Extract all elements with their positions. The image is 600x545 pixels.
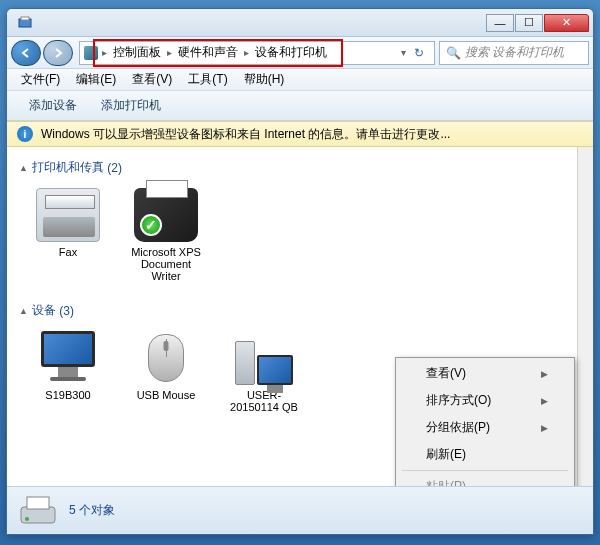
section-count: (2) [107,161,122,175]
minimize-button[interactable]: — [486,14,514,32]
printer-icon: ✓ [134,188,198,242]
svg-rect-1 [21,17,29,20]
device-label: Fax [59,246,77,258]
menu-file[interactable]: 文件(F) [13,69,68,90]
submenu-arrow-icon: ▶ [541,423,548,433]
section-count: (3) [59,304,74,318]
printer-category-icon [17,493,59,529]
details-pane: 5 个对象 [7,486,593,534]
window-icon [17,15,33,31]
device-mouse[interactable]: USB Mouse [121,327,211,417]
device-fax[interactable]: Fax [23,184,113,286]
chevron-right-icon[interactable]: ▸ [165,47,174,58]
submenu-arrow-icon: ▶ [541,396,548,406]
explorer-window: — ☐ ✕ ▸ 控制面板 ▸ 硬件和声音 ▸ 设备和打印机 ▾ ↻ 🔍 搜索 设… [6,8,594,535]
svg-rect-3 [27,497,49,509]
breadcrumb-item[interactable]: 硬件和声音 [174,42,242,64]
breadcrumb-item[interactable]: 设备和打印机 [251,42,331,64]
menu-tools[interactable]: 工具(T) [180,69,235,90]
submenu-arrow-icon: ▶ [541,369,548,379]
command-bar: 添加设备 添加打印机 [7,91,593,121]
search-input[interactable]: 🔍 搜索 设备和打印机 [439,41,589,65]
titlebar[interactable]: — ☐ ✕ [7,9,593,37]
ctx-group[interactable]: 分组依据(P)▶ [398,414,572,441]
vertical-scrollbar[interactable] [577,147,593,486]
collapse-icon: ▲ [19,163,28,173]
add-device-button[interactable]: 添加设备 [17,93,89,118]
svg-point-4 [25,517,29,521]
add-printer-button[interactable]: 添加打印机 [89,93,173,118]
search-placeholder: 搜索 设备和打印机 [465,44,564,61]
back-button[interactable] [11,40,41,66]
navigation-bar: ▸ 控制面板 ▸ 硬件和声音 ▸ 设备和打印机 ▾ ↻ 🔍 搜索 设备和打印机 [7,37,593,69]
status-object-count: 5 个对象 [69,502,115,519]
mouse-icon [134,331,198,385]
breadcrumb-root-icon [84,46,98,60]
context-menu: 查看(V)▶ 排序方式(O)▶ 分组依据(P)▶ 刷新(E) 粘贴(P) 粘贴快… [395,357,575,486]
section-printers-header[interactable]: ▲ 打印机和传真 (2) [11,155,589,180]
chevron-right-icon[interactable]: ▸ [242,47,251,58]
search-icon: 🔍 [446,46,461,60]
printers-grid: Fax ✓ Microsoft XPS Document Writer [11,180,589,298]
refresh-icon[interactable]: ↻ [408,42,430,64]
notification-text: Windows 可以显示增强型设备图标和来自 Internet 的信息。请单击进… [41,126,450,143]
default-check-icon: ✓ [140,214,162,236]
section-devices-header[interactable]: ▲ 设备 (3) [11,298,589,323]
separator [402,470,568,471]
breadcrumb-item[interactable]: 控制面板 [109,42,165,64]
device-pc[interactable]: USER-20150114 QB [219,327,309,417]
device-label: Microsoft XPS Document Writer [125,246,207,282]
ctx-sort[interactable]: 排序方式(O)▶ [398,387,572,414]
device-label: USER-20150114 QB [223,389,305,413]
fax-icon [36,188,100,242]
ctx-view[interactable]: 查看(V)▶ [398,360,572,387]
ctx-paste: 粘贴(P) [398,473,572,486]
dropdown-icon[interactable]: ▾ [399,47,408,58]
maximize-button[interactable]: ☐ [515,14,543,32]
forward-button[interactable] [43,40,73,66]
menubar: 文件(F) 编辑(E) 查看(V) 工具(T) 帮助(H) [7,69,593,91]
content-pane[interactable]: ▲ 打印机和传真 (2) Fax ✓ Microsoft XPS Documen… [7,147,593,486]
device-monitor[interactable]: S19B300 [23,327,113,417]
notification-bar[interactable]: i Windows 可以显示增强型设备图标和来自 Internet 的信息。请单… [7,121,593,147]
section-title: 设备 [32,302,56,319]
monitor-icon [36,331,100,385]
device-label: S19B300 [45,389,90,401]
computer-icon [232,331,296,385]
menu-help[interactable]: 帮助(H) [236,69,293,90]
device-label: USB Mouse [137,389,196,401]
device-xps-printer[interactable]: ✓ Microsoft XPS Document Writer [121,184,211,286]
address-bar[interactable]: ▸ 控制面板 ▸ 硬件和声音 ▸ 设备和打印机 ▾ ↻ [79,41,435,65]
close-button[interactable]: ✕ [544,14,589,32]
menu-view[interactable]: 查看(V) [124,69,180,90]
section-title: 打印机和传真 [32,159,104,176]
info-icon: i [17,126,33,142]
ctx-refresh[interactable]: 刷新(E) [398,441,572,468]
chevron-right-icon[interactable]: ▸ [100,47,109,58]
menu-edit[interactable]: 编辑(E) [68,69,124,90]
collapse-icon: ▲ [19,306,28,316]
